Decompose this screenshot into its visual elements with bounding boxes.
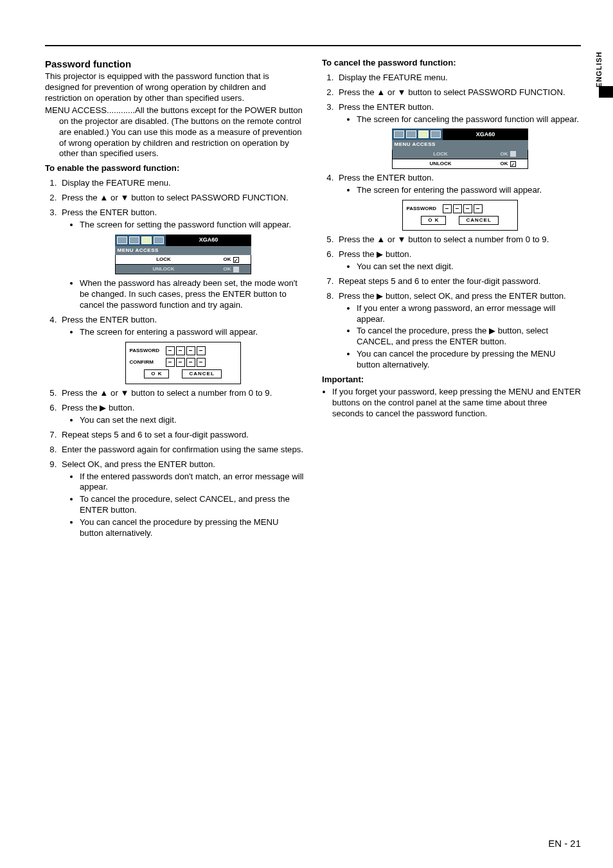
- document-page: ENGLISH Password function This projector…: [0, 0, 613, 868]
- bullet: If you forget your password, keep pressi…: [332, 387, 581, 420]
- side-black-mark: [599, 86, 613, 98]
- menu-tab-icons: [392, 128, 443, 140]
- step-text: Press the ▲ or ▼ button to select PASSWO…: [62, 193, 289, 202]
- bullet: You can set the next digit.: [357, 261, 581, 272]
- step: Press the ▶ button. You can set the next…: [59, 403, 304, 426]
- menu-tab-icon: [117, 236, 127, 244]
- bullet: If you enter a wrong password, an error …: [357, 303, 581, 325]
- sub-bullets: When the password has already been set, …: [62, 278, 304, 311]
- ok-button: O K: [144, 369, 169, 378]
- menu-row-lock: LOCK OK: [392, 150, 528, 159]
- enable-steps: Display the FEATURE menu. Press the ▲ or…: [45, 178, 304, 539]
- step: Press the ENTER button. The screen for c…: [336, 102, 581, 169]
- bullet: The screen for setting the password func…: [80, 220, 304, 231]
- step: Press the ▲ or ▼ button to select a numb…: [336, 235, 581, 245]
- menu-tab-icon: [394, 130, 404, 138]
- menu-row-label: LOCK: [393, 150, 489, 159]
- right-column: To cancel the password function: Display…: [322, 58, 581, 540]
- digit-box: –: [197, 346, 206, 355]
- password-label: PASSWORD: [130, 348, 161, 354]
- two-column-layout: Password function This projector is equi…: [45, 58, 581, 540]
- bullet: You can set the next digit.: [80, 415, 304, 426]
- menu-row-label: LOCK: [116, 255, 212, 264]
- checkbox-icon: ✓: [233, 257, 239, 263]
- step-text: Press the ▲ or ▼ button to select a numb…: [62, 388, 272, 398]
- checkbox-icon: [233, 267, 239, 272]
- page-number: EN - 21: [548, 838, 581, 849]
- menu-model: XGA60: [443, 128, 528, 140]
- bullet: You can cancel the procedure by pressing…: [357, 349, 581, 371]
- digit-box: –: [176, 358, 185, 367]
- digit-box: –: [166, 346, 175, 355]
- menu-tab-icon: [418, 130, 429, 138]
- sub-bullets: You can set the next digit.: [339, 261, 581, 272]
- step-text: Press the ENTER button.: [62, 315, 157, 324]
- step-text: Press the ENTER button.: [62, 208, 157, 217]
- password-digits: – – – –: [166, 346, 206, 355]
- important-heading: Important:: [322, 375, 581, 385]
- step-text: Press the ▶ button.: [62, 403, 134, 412]
- confirm-digits: – – – –: [166, 358, 206, 367]
- step: Press the ▲ or ▼ button to select a numb…: [59, 388, 304, 399]
- password-entry-screen: PASSWORD – – – – CONFIRM –: [125, 342, 241, 384]
- step-text: Select OK, and press the ENTER button.: [62, 459, 215, 469]
- confirm-label: CONFIRM: [130, 359, 161, 366]
- cancel-steps: Display the FEATURE menu. Press the ▲ or…: [322, 73, 581, 371]
- menu-row-ok: OK: [489, 150, 528, 159]
- menu-tab-icon: [129, 236, 139, 244]
- ok-button: O K: [421, 216, 446, 225]
- menu-row-label: UNLOCK: [393, 159, 489, 168]
- digit-box: –: [186, 346, 195, 355]
- step-text: Press the ENTER button.: [339, 102, 434, 112]
- checkbox-icon: [510, 151, 516, 157]
- menu-section: MENU ACCESS: [115, 246, 251, 255]
- menu-unlock-screen: XGA60 MENU ACCESS LOCK OK UNLOCK OK✓: [392, 128, 528, 169]
- password-entry-screen: PASSWORD – – – – O K CANCEL: [402, 200, 518, 231]
- sub-bullets: The screen for canceling the password fu…: [339, 114, 581, 125]
- digit-box: –: [453, 204, 462, 213]
- bullet: To cancel the procedure, select CANCEL, …: [80, 494, 304, 516]
- step: Display the FEATURE menu.: [336, 73, 581, 84]
- checkbox-icon: ✓: [510, 161, 516, 167]
- bullet: You can cancel the procedure by pressing…: [80, 517, 304, 539]
- menu-row-ok: OK✓: [212, 255, 251, 264]
- digit-box: –: [186, 358, 195, 367]
- top-rule: [45, 45, 581, 46]
- digit-box: –: [443, 204, 452, 213]
- menu-lock-screen: XGA60 MENU ACCESS LOCK OK✓ UNLOCK OK: [115, 235, 251, 275]
- bullet: When the password has already been set, …: [80, 278, 304, 311]
- menu-tab-icons: [115, 235, 166, 246]
- step: Enter the password again for confirmatio…: [59, 445, 304, 456]
- sub-bullets: If you enter a wrong password, an error …: [339, 303, 581, 371]
- password-digits: – – – –: [443, 204, 483, 213]
- menu-row-lock: LOCK OK✓: [115, 255, 251, 265]
- important-bullets: If you forget your password, keep pressi…: [322, 387, 581, 420]
- bullet: The screen for canceling the password fu…: [357, 114, 581, 125]
- step: Press the ENTER button. The screen for s…: [59, 208, 304, 311]
- sub-bullets: If the entered passwords don't match, an…: [62, 472, 304, 539]
- step-text: Press the ▲ or ▼ button to select PASSWO…: [339, 87, 565, 97]
- step-text: Press the ▶ button, select OK, and press…: [339, 291, 566, 301]
- menu-tab-icon: [154, 236, 164, 244]
- step-text: Press the ▲ or ▼ button to select a numb…: [339, 235, 549, 244]
- step: Press the ▶ button, select OK, and press…: [336, 291, 581, 371]
- step-text: Press the ▶ button.: [339, 249, 411, 259]
- step: Repeat steps 5 and 6 to enter the four-d…: [336, 276, 581, 287]
- sub-bullets: The screen for entering a password will …: [62, 327, 304, 338]
- sub-bullets: The screen for entering the password wil…: [339, 185, 581, 196]
- digit-box: –: [463, 204, 472, 213]
- menu-row-unlock: UNLOCK OK: [115, 265, 251, 274]
- menu-row-label: UNLOCK: [116, 265, 212, 274]
- bullet: To cancel the procedure, press the ▶ but…: [357, 326, 581, 348]
- cancel-subhead: To cancel the password function:: [322, 58, 581, 69]
- password-label: PASSWORD: [407, 206, 438, 212]
- bullet: If the entered passwords don't match, an…: [80, 472, 304, 493]
- step: Press the ENTER button. The screen for e…: [59, 315, 304, 384]
- menu-section: MENU ACCESS: [392, 140, 528, 149]
- step: Press the ▶ button. You can set the next…: [336, 249, 581, 272]
- menu-access-desc: MENU ACCESS............All the buttons e…: [45, 105, 304, 159]
- menu-model: XGA60: [166, 235, 251, 246]
- digit-box: –: [176, 346, 185, 355]
- section-title: Password function: [45, 58, 304, 70]
- menu-tab-icon: [406, 130, 416, 138]
